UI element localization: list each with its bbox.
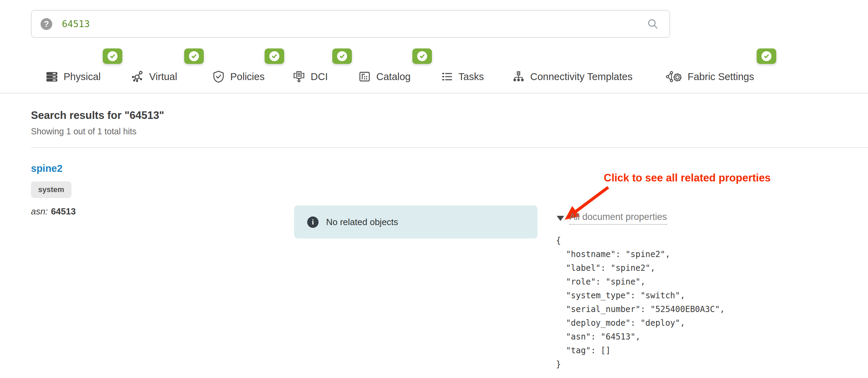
check-icon bbox=[417, 51, 427, 61]
nav-item-physical[interactable]: Physical bbox=[45, 68, 101, 85]
shield-check-icon bbox=[212, 70, 225, 83]
nav-item-label: Physical bbox=[64, 71, 101, 82]
annotation-label: Click to see all related properties bbox=[604, 172, 771, 184]
info-icon: i bbox=[307, 216, 319, 228]
task-list-icon bbox=[441, 70, 453, 83]
nav-item-catalog[interactable]: Catalog bbox=[358, 68, 411, 85]
check-icon bbox=[189, 51, 199, 61]
nav-item-virtual[interactable]: Virtual bbox=[131, 68, 177, 85]
check-icon bbox=[761, 51, 771, 61]
nav-item-label: DCI bbox=[311, 71, 328, 82]
chevron-down-icon[interactable] bbox=[557, 216, 564, 221]
nav-badge-physical[interactable] bbox=[103, 48, 122, 64]
nav-item-policies[interactable]: Policies bbox=[212, 68, 265, 85]
field-label: asn: bbox=[31, 206, 48, 216]
network-hub-icon bbox=[131, 70, 144, 83]
results-divider bbox=[31, 147, 868, 148]
nav-divider bbox=[0, 93, 868, 93]
data-center-icon bbox=[292, 70, 305, 83]
nav-badge-fabric-settings[interactable] bbox=[757, 48, 776, 64]
result-asn-field: asn:64513 bbox=[31, 206, 76, 217]
check-icon bbox=[108, 51, 118, 61]
all-document-properties-label[interactable]: All document properties bbox=[569, 212, 667, 225]
nav-item-label: Fabric Settings bbox=[688, 71, 754, 82]
nav-badge-dci[interactable] bbox=[332, 48, 352, 64]
nav-item-label: Tasks bbox=[458, 71, 484, 82]
search-results-page: ? bbox=[0, 0, 868, 378]
all-document-properties-toggle[interactable]: All document properties bbox=[557, 212, 667, 225]
search-icon[interactable] bbox=[647, 18, 659, 30]
help-icon[interactable]: ? bbox=[41, 18, 52, 30]
nav-item-connectivity-templates[interactable]: Connectivity Templates bbox=[512, 68, 633, 85]
nav-item-dci[interactable]: DCI bbox=[292, 68, 328, 85]
fabric-gear-icon bbox=[665, 70, 682, 83]
search-input[interactable] bbox=[62, 19, 647, 29]
nav-badge-policies[interactable] bbox=[265, 48, 284, 64]
search-bar: ? bbox=[31, 10, 670, 38]
nav-badge-virtual[interactable] bbox=[184, 48, 204, 64]
document-properties-json: { "hostname": "spine2", "label": "spine2… bbox=[556, 234, 725, 371]
nav-item-fabric-settings[interactable]: Fabric Settings bbox=[665, 68, 754, 85]
field-value: 64513 bbox=[51, 206, 76, 216]
check-icon bbox=[337, 51, 347, 61]
result-link-spine2[interactable]: spine2 bbox=[31, 163, 63, 174]
rack-icon bbox=[45, 70, 58, 83]
info-message: No related objects bbox=[326, 217, 398, 227]
check-icon bbox=[269, 51, 279, 61]
nav-item-label: Connectivity Templates bbox=[530, 71, 633, 82]
nav-item-label: Policies bbox=[230, 71, 265, 82]
no-related-objects-banner: i No related objects bbox=[294, 205, 537, 238]
hierarchy-icon bbox=[512, 70, 525, 83]
catalog-list-icon bbox=[358, 70, 371, 83]
page-title: Search results for "64513" bbox=[31, 109, 164, 122]
result-type-badge: system bbox=[31, 181, 71, 198]
results-count: Showing 1 out of 1 total hits bbox=[31, 126, 136, 136]
nav-badge-catalog[interactable] bbox=[412, 48, 432, 64]
nav-item-label: Catalog bbox=[376, 71, 411, 82]
nav-item-tasks[interactable]: Tasks bbox=[441, 68, 484, 85]
nav-item-label: Virtual bbox=[149, 71, 177, 82]
